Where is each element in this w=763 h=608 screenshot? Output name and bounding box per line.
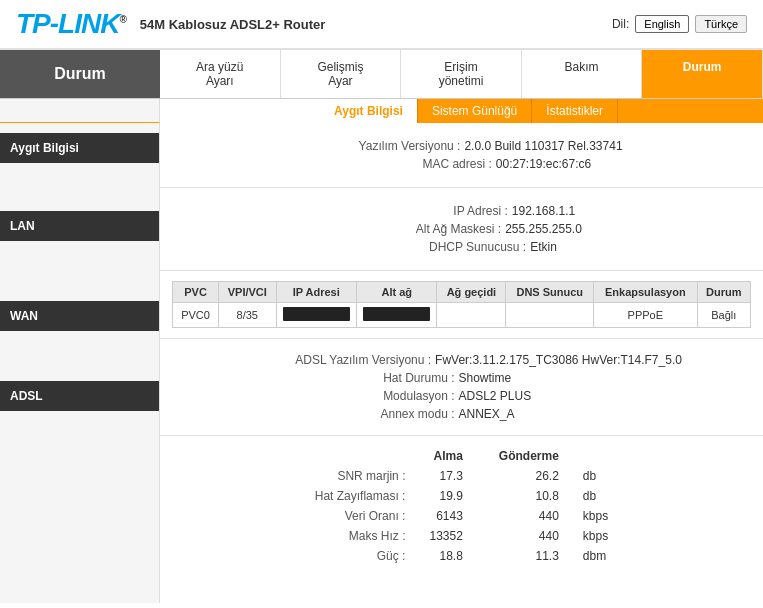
subnet-label: Alt Ağ Maskesi :: [341, 222, 501, 236]
adsl-annex-row: Annex modu : ANNEX_A: [184, 407, 739, 421]
stats-col-gonderme: Gönderme: [481, 446, 577, 466]
stats-label: Hat Zayıflaması :: [297, 486, 412, 506]
mac-label: MAC adresi :: [332, 157, 492, 171]
stats-col1: 18.8: [411, 546, 480, 566]
stats-col2: 440: [481, 526, 577, 546]
stats-col1: 17.3: [411, 466, 480, 486]
sidebar-section-aygit: Aygıt Bilgisi: [0, 133, 159, 163]
mac-row: MAC adresi : 00:27:19:ec:67:c6: [184, 157, 739, 171]
stats-col2: 26.2: [481, 466, 577, 486]
wan-pvc: PVC0: [173, 303, 219, 328]
sidebar: Aygıt Bilgisi LAN WAN ADSL: [0, 123, 160, 603]
wan-col-enkap: Enkapsulasyon: [594, 282, 697, 303]
main-content: Yazılım Versiyonu : 2.0.0 Build 110317 R…: [160, 123, 763, 603]
subnet-row: Alt Ağ Maskesi : 255.255.255.0: [184, 222, 739, 236]
wan-aggeidi: [437, 303, 506, 328]
wan-durum: Bağlı: [697, 303, 751, 328]
yazilim-label: Yazılım Versiyonu :: [300, 139, 460, 153]
stats-label: Güç :: [297, 546, 412, 566]
ip-value: 192.168.1.1: [512, 204, 575, 218]
adsl-modulasyon-row: Modulasyon : ADSL2 PLUS: [184, 389, 739, 403]
wan-ip: [276, 303, 356, 328]
sub-nav: Aygıt Bilgisi Sistem Günlüğü İstatistikl…: [320, 99, 763, 123]
mac-value: 00:27:19:ec:67:c6: [496, 157, 591, 171]
stats-row: Hat Zayıflaması : 19.9 10.8 db: [297, 486, 626, 506]
wan-col-ip: IP Adresi: [276, 282, 356, 303]
sidebar-section-wan: WAN: [0, 301, 159, 331]
stats-unit: db: [577, 466, 626, 486]
stats-col1: 19.9: [411, 486, 480, 506]
nav-item-bakim[interactable]: Bakım: [522, 50, 643, 98]
stats-col2: 11.3: [481, 546, 577, 566]
lang-turkish-button[interactable]: Türkçe: [695, 15, 747, 33]
wan-section: PVC VPI/VCI IP Adresi Alt ağ Ağ geçidi D…: [160, 271, 763, 339]
device-info-section: Yazılım Versiyonu : 2.0.0 Build 110317 R…: [160, 123, 763, 188]
nav-item-gelismis[interactable]: Gelişmiş Ayar: [281, 50, 402, 98]
subnav-sistem[interactable]: Sistem Günlüğü: [418, 99, 532, 123]
dhcp-row: DHCP Sunucusu : Etkin: [184, 240, 739, 254]
sidebar-section-lan: LAN: [0, 211, 159, 241]
wan-enkap: PPPoE: [594, 303, 697, 328]
adsl-modulasyon-label: Modulasyon :: [265, 389, 455, 403]
adsl-yazilim-label: ADSL Yazılım Versiyonu :: [241, 353, 431, 367]
stats-col2: 440: [481, 506, 577, 526]
logo-reg: ®: [119, 14, 125, 25]
header-subtitle: 54M Kablosuz ADSL2+ Router: [140, 17, 326, 32]
ip-row: IP Adresi : 192.168.1.1: [184, 204, 739, 218]
stats-row: Veri Oranı : 6143 440 kbps: [297, 506, 626, 526]
adsl-modulasyon-value: ADSL2 PLUS: [459, 389, 659, 403]
adsl-yazilim-value: FwVer:3.11.2.175_TC3086 HwVer:T14.F7_5.0: [435, 353, 682, 367]
wan-col-pvc: PVC: [173, 282, 219, 303]
subnet-value: 255.255.255.0: [505, 222, 582, 236]
stats-label: Maks Hız :: [297, 526, 412, 546]
wan-altag: [356, 303, 436, 328]
yazilim-row: Yazılım Versiyonu : 2.0.0 Build 110317 R…: [184, 139, 739, 153]
nav-sidebar-label: Durum: [0, 50, 160, 98]
dhcp-label: DHCP Sunucusu :: [366, 240, 526, 254]
wan-col-altag: Alt ağ: [356, 282, 436, 303]
nav-items: Ara yüzü Ayarı Gelişmiş Ayar Erişim yöne…: [160, 50, 763, 98]
lang-label: Dil:: [612, 17, 629, 31]
stats-row: Maks Hız : 13352 440 kbps: [297, 526, 626, 546]
stats-unit: db: [577, 486, 626, 506]
stats-unit: kbps: [577, 506, 626, 526]
stats-col2: 10.8: [481, 486, 577, 506]
lang-english-button[interactable]: English: [635, 15, 689, 33]
stats-unit: dbm: [577, 546, 626, 566]
wan-altag-redacted: [363, 307, 430, 321]
wan-row: PVC0 8/35 PPPoE Bağlı: [173, 303, 751, 328]
wan-col-dns: DNS Sunucu: [506, 282, 594, 303]
stats-table: Alma Gönderme SNR marjin : 17.3 26.2 db …: [297, 446, 626, 566]
adsl-hat-label: Hat Durumu :: [265, 371, 455, 385]
wan-ip-redacted: [283, 307, 350, 321]
adsl-section: ADSL Yazılım Versiyonu : FwVer:3.11.2.17…: [160, 339, 763, 436]
subnav-aygit[interactable]: Aygıt Bilgisi: [320, 99, 418, 123]
adsl-hat-row: Hat Durumu : Showtime: [184, 371, 739, 385]
main-nav: Durum Ara yüzü Ayarı Gelişmiş Ayar Erişi…: [0, 50, 763, 99]
stats-col-alma: Alma: [411, 446, 480, 466]
wan-col-vpi: VPI/VCI: [219, 282, 276, 303]
nav-item-ara-yuzu[interactable]: Ara yüzü Ayarı: [160, 50, 281, 98]
adsl-yazilim-row: ADSL Yazılım Versiyonu : FwVer:3.11.2.17…: [184, 353, 739, 367]
stats-row: Güç : 18.8 11.3 dbm: [297, 546, 626, 566]
nav-item-erisim[interactable]: Erişim yönetimi: [401, 50, 522, 98]
stats-unit: kbps: [577, 526, 626, 546]
stats-section: Alma Gönderme SNR marjin : 17.3 26.2 db …: [160, 436, 763, 582]
subnav-istatistikler[interactable]: İstatistikler: [532, 99, 618, 123]
ip-label: IP Adresi :: [348, 204, 508, 218]
nav-item-durum[interactable]: Durum: [642, 50, 763, 98]
tp-link-logo: TP-LINK®: [16, 8, 126, 40]
wan-vpi: 8/35: [219, 303, 276, 328]
sidebar-section-adsl: ADSL: [0, 381, 159, 411]
dhcp-value: Etkin: [530, 240, 557, 254]
lan-section: IP Adresi : 192.168.1.1 Alt Ağ Maskesi :…: [160, 188, 763, 271]
logo-area: TP-LINK® 54M Kablosuz ADSL2+ Router: [16, 8, 325, 40]
wan-dns: [506, 303, 594, 328]
adsl-hat-value: Showtime: [459, 371, 659, 385]
content-area: Aygıt Bilgisi LAN WAN ADSL Yazılım Versi…: [0, 123, 763, 603]
wan-col-durum: Durum: [697, 282, 751, 303]
stats-label: SNR marjin :: [297, 466, 412, 486]
stats-col1: 13352: [411, 526, 480, 546]
wan-table: PVC VPI/VCI IP Adresi Alt ağ Ağ geçidi D…: [172, 281, 751, 328]
stats-col1: 6143: [411, 506, 480, 526]
